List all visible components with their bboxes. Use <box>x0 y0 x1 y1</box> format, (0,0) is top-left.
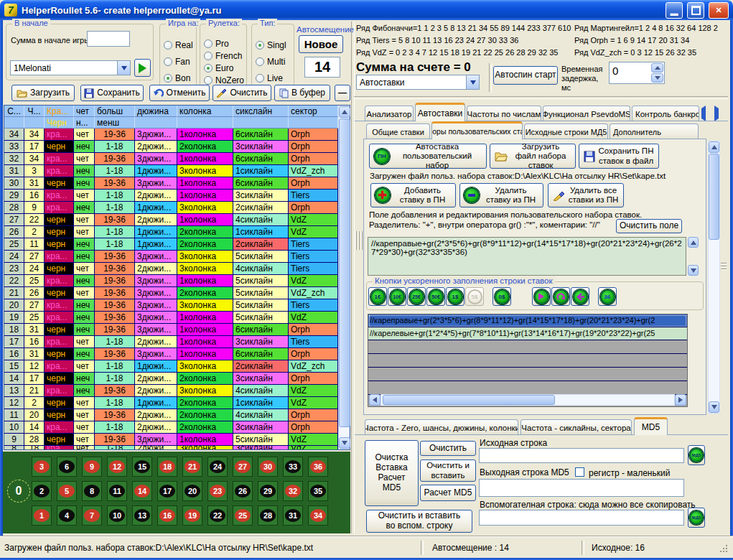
table-row[interactable]: 2722чернчет19-362дюжи...1колонка4сиклайн… <box>4 214 338 226</box>
table-row[interactable]: 3234кра...чет19-363дюжи...1колонка6сикла… <box>4 153 338 165</box>
delete-all-bets-button[interactable]: Удалить все ставки из ПН <box>548 183 624 207</box>
board-number[interactable]: 14 <box>132 481 152 501</box>
board-number[interactable]: 19 <box>182 505 202 526</box>
quick-bet-1eur[interactable]: 1€ <box>368 287 387 306</box>
board-number[interactable]: 16 <box>157 505 177 526</box>
radio-fan[interactable]: Fan <box>164 57 190 67</box>
board-number[interactable]: 33 <box>283 457 303 477</box>
table-row[interactable]: 2027кра...неч19-363дюжи...3колонка5сикла… <box>4 299 338 312</box>
board-number[interactable]: 17 <box>157 481 177 501</box>
md5-run-button-1[interactable]: МД5 <box>688 445 705 465</box>
table-row[interactable]: 1925кра...неч19-363дюжи...1колонка5сикла… <box>4 312 338 324</box>
radio-multi[interactable]: Multi <box>256 57 285 67</box>
aux-field[interactable] <box>479 510 684 526</box>
table-row[interactable]: 1716кра...чет1-182дюжи...1колонка3сиклай… <box>4 336 338 348</box>
tab-freq-sixlines-sectors[interactable]: Частота - сиклайны, сектора <box>520 419 632 435</box>
board-number[interactable]: 15 <box>132 457 152 477</box>
md5-clear-and-paste-button[interactable]: Очистить и вставить <box>420 459 476 482</box>
tab-md5[interactable]: MD5 <box>634 417 668 435</box>
panel-scroll-up[interactable] <box>709 141 719 153</box>
copy-to-clipboard-button[interactable]: В буфер <box>274 85 330 101</box>
radio-real[interactable]: Real <box>164 40 193 50</box>
edit-scroll-up[interactable] <box>688 237 699 248</box>
board-number[interactable]: 8 <box>82 481 102 501</box>
list-item-empty[interactable] <box>368 368 687 381</box>
quick-back-button[interactable] <box>571 287 589 306</box>
table-scroll-thumb[interactable] <box>339 118 350 427</box>
board-number[interactable]: 11 <box>107 481 127 501</box>
title-bar[interactable]: 7 HelperRoullet 5.6- create helperroulle… <box>0 0 733 20</box>
quick-bet-0usd[interactable]: 0$ <box>492 287 511 306</box>
list-item-empty[interactable] <box>368 340 687 354</box>
delay-up-button[interactable] <box>651 63 663 73</box>
panel-scroll-thumb[interactable] <box>709 154 719 240</box>
list-scroll-right[interactable] <box>675 394 686 406</box>
radio-live[interactable]: Live <box>256 73 283 83</box>
board-number[interactable]: 2 <box>32 481 52 501</box>
quick-grid36-button[interactable]: 36 <box>598 287 617 306</box>
board-number[interactable]: 18 <box>157 457 177 477</box>
quick-bet-10eur[interactable]: 10€ <box>388 287 406 306</box>
board-number[interactable]: 36 <box>308 457 328 477</box>
save-button[interactable]: Сохранить <box>80 85 144 101</box>
board-number[interactable]: 3 <box>32 457 52 477</box>
table-row[interactable]: 1120чернчет19-362дюжи...2колонка4сиклайн… <box>4 409 338 421</box>
md5-output-field[interactable] <box>479 479 684 497</box>
table-row[interactable]: 3031черннеч19-363дюжи...1колонка6сиклайн… <box>4 177 338 190</box>
tab-analyzer[interactable]: Анализатор <box>365 106 414 121</box>
clear-field-button[interactable]: Очистить поле <box>616 219 682 233</box>
splitter-grip[interactable] <box>355 231 363 250</box>
table-row[interactable]: 928чернчет19-363дюжи...1колонка5сиклайнV… <box>4 434 338 446</box>
list-item-empty[interactable] <box>368 354 687 368</box>
table-row[interactable]: 122чернчет1-181дюжи...2колонка1сиклайнVd… <box>4 397 338 409</box>
subtab-additional[interactable]: Дополнитель <box>610 123 699 139</box>
md5-run-button-2[interactable]: МД5 <box>688 508 705 528</box>
col-header-sector[interactable]: сектор <box>289 106 338 117</box>
tab-autobets[interactable]: Автоставки <box>415 103 465 121</box>
clear-button[interactable]: Очистить <box>213 85 271 101</box>
table-scrollbar[interactable] <box>338 106 350 449</box>
md5-calc-button[interactable]: Расчет MD5 <box>420 485 476 501</box>
tab-bankroll-control[interactable]: Контроль банкро <box>632 106 699 121</box>
table-scroll-up[interactable] <box>339 106 350 118</box>
board-number[interactable]: 24 <box>207 457 228 477</box>
board-number[interactable]: 20 <box>182 481 202 501</box>
table-row[interactable]: 1631черннеч19-363дюжи...1колонка6сиклайн… <box>4 348 338 360</box>
autobet-user-set-button[interactable]: ПН Автоставка пользовательский набор <box>369 144 487 169</box>
table-row[interactable]: 3317черннеч1-182дюжи...2колонка3сиклайнO… <box>4 141 338 153</box>
radio-euro[interactable]: Euro <box>204 63 233 73</box>
load-bet-set-button[interactable]: Загрузить файл набора ставок <box>490 144 576 169</box>
board-number[interactable]: 32 <box>283 481 303 501</box>
right-splitter-grip[interactable] <box>721 263 727 270</box>
list-item-selected[interactable]: //кареправые+gr(2*3*5*6)+gr(8*9*11*12)+g… <box>368 314 687 327</box>
list-hscrollbar[interactable] <box>369 394 686 406</box>
board-number[interactable]: 13 <box>132 505 152 526</box>
panel-scrollbar[interactable] <box>708 141 720 414</box>
autobets-combo[interactable]: Автоставки <box>356 75 480 90</box>
col-header-red[interactable]: Кра... <box>45 106 74 117</box>
board-number[interactable]: 7 <box>82 505 102 526</box>
table-row[interactable]: 3434кра...чет19-363дюжи...1колонка6сикла… <box>4 129 338 141</box>
board-number[interactable]: 27 <box>233 457 253 477</box>
md5-clear-button[interactable]: Очистить <box>420 441 476 456</box>
board-number[interactable]: 1 <box>32 505 52 526</box>
preset-combo[interactable]: 1Melonati <box>10 60 131 75</box>
md5-input-field[interactable] <box>479 448 684 463</box>
quick-bet-25eur[interactable]: 25€ <box>407 287 426 306</box>
md5-clear-paste-calc-button[interactable]: Очистка Вставка Расчет MD5 <box>365 440 419 506</box>
table-row[interactable]: 1831черннеч19-363дюжи...1колонка6сиклайн… <box>4 324 338 336</box>
board-number[interactable]: 26 <box>233 481 253 501</box>
col-header-dozen[interactable]: дюжина <box>135 106 177 117</box>
table-row[interactable]: 2511черннеч1-181дюжи...2колонка2сиклайнT… <box>4 238 338 251</box>
close-button[interactable]: ✕ <box>709 2 729 19</box>
list-scroll-left[interactable] <box>369 394 380 406</box>
table-row[interactable]: 262чернчет1-181дюжи...2колонка1сиклайнVd… <box>4 226 338 238</box>
board-number[interactable]: 23 <box>207 481 228 501</box>
tab-freq-zero-chances[interactable]: Частота - Zero, шансы, дюжины, колонки <box>365 419 518 435</box>
autobets-combo-dropdown[interactable] <box>466 75 479 89</box>
subtab-user-bet-sets[interactable]: Наборы пользовательских ставок <box>431 121 523 139</box>
table-row[interactable]: 1417черннеч1-182дюжи...2колонка3сиклайнO… <box>4 373 338 385</box>
board-number[interactable]: 9 <box>82 457 102 477</box>
table-row[interactable]: 2126чернчет19-363дюжи...2колонка5сиклайн… <box>4 287 338 299</box>
col-header-sixline[interactable]: сикслайн <box>233 106 289 117</box>
